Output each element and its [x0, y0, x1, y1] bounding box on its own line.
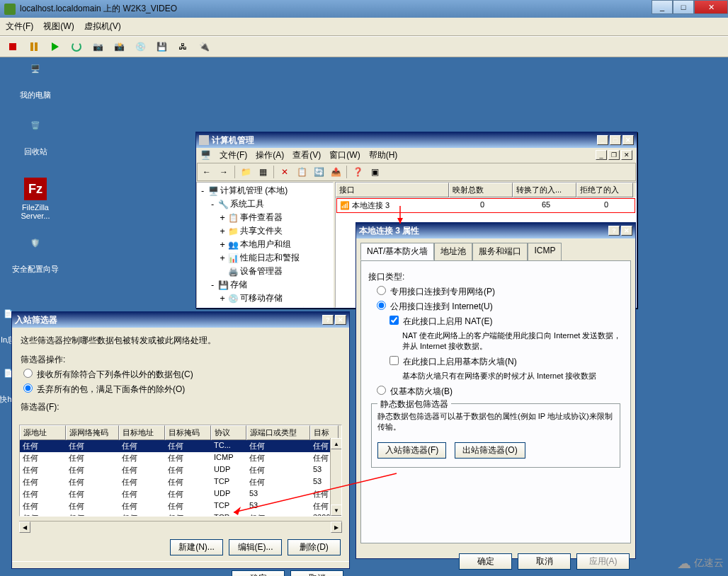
mmc-menu-view[interactable]: 查看(V): [292, 149, 321, 161]
host-close-button[interactable]: ✕: [694, 0, 728, 14]
tree-removable[interactable]: +💿可移动存储: [198, 292, 331, 305]
mmc-minimize-button[interactable]: _: [597, 135, 608, 145]
checkbox-enable-nat[interactable]: [389, 316, 399, 325]
mmc-inner-restore[interactable]: ❐: [608, 150, 620, 160]
col-interface[interactable]: 接口: [336, 183, 449, 197]
col-src-mask[interactable]: 源网络掩码: [66, 425, 119, 440]
scroll-up-button[interactable]: ▲: [331, 438, 342, 449]
mmc-menu-icon[interactable]: 🖥️: [200, 150, 211, 160]
desktop-icon-recycle-bin[interactable]: 🗑️ 回收站: [8, 121, 62, 157]
filter-row[interactable]: 任何任何任何任何UDP任何53: [20, 464, 341, 476]
edit-filter-button[interactable]: 编辑(E)...: [229, 539, 282, 555]
prop-titlebar[interactable]: 本地连接 3 属性 ? ✕: [356, 223, 635, 238]
filter-table[interactable]: 源地址 源网络掩码 目标地址 目标掩码 协议 源端口或类型 目标 任何任何任何任…: [19, 425, 342, 517]
toolbar-snapshot-button[interactable]: 📷: [89, 38, 106, 55]
mmc-inner-minimize[interactable]: _: [596, 150, 607, 160]
scroll-left-button[interactable]: ◀: [19, 522, 30, 533]
tree-defrag[interactable]: 🔷磁盘碎片整理程序: [198, 305, 331, 308]
col-dst-mask[interactable]: 目标掩码: [165, 425, 211, 440]
menu-file[interactable]: 文件(F): [6, 21, 33, 33]
col-src-addr[interactable]: 源地址: [20, 425, 66, 440]
delete-filter-button[interactable]: 删除(D): [288, 539, 341, 555]
mmc-inner-close[interactable]: ✕: [621, 150, 632, 160]
filter-row[interactable]: 任何任何任何任何TC...任何任何: [20, 440, 341, 452]
toolbar-help-button[interactable]: ❓: [350, 165, 365, 179]
filter-ok-button[interactable]: 确定: [232, 570, 285, 576]
filter-scrollbar-vertical[interactable]: ▲ ▼: [330, 438, 341, 516]
tree-event-viewer[interactable]: +📋事件查看器: [198, 211, 331, 224]
prop-help-button[interactable]: ?: [608, 226, 620, 236]
mmc-menu-action[interactable]: 操作(A): [256, 149, 284, 161]
tree-system-tools[interactable]: -🔧系统工具: [198, 197, 331, 211]
toolbar-refresh-button[interactable]: 🔄: [311, 165, 326, 179]
toolbar-forward-button[interactable]: →: [216, 165, 232, 179]
prop-ok-button[interactable]: 确定: [459, 553, 512, 570]
filter-titlebar[interactable]: 入站筛选器 ? ✕: [12, 312, 349, 328]
toolbar-delete-button[interactable]: ✕: [277, 165, 292, 179]
menu-view[interactable]: 视图(W): [43, 21, 74, 33]
col-src-port[interactable]: 源端口或类型: [246, 425, 310, 440]
radio-drop-all[interactable]: [23, 384, 33, 393]
mmc-menu-window[interactable]: 窗口(W): [329, 149, 360, 161]
scroll-right-button[interactable]: ▶: [331, 522, 342, 533]
filter-close-button[interactable]: ✕: [335, 315, 346, 325]
col-rejected[interactable]: 拒绝了的入: [576, 183, 633, 197]
toolbar-refresh-button[interactable]: [68, 38, 85, 55]
inbound-filter-button[interactable]: 入站筛选器(F): [377, 442, 446, 459]
toolbar-pause-button[interactable]: [25, 38, 42, 55]
col-incoming[interactable]: 转换了的入...: [513, 183, 576, 197]
mmc-tree[interactable]: -🖥️计算机管理 (本地) -🔧系统工具 +📋事件查看器 +📁共享文件夹 +👥本…: [196, 182, 334, 308]
col-protocol[interactable]: 协议: [211, 425, 246, 440]
radio-firewall-only[interactable]: [377, 386, 386, 395]
prop-apply-button[interactable]: 应用(A): [576, 553, 630, 570]
tab-icmp[interactable]: ICMP: [528, 243, 562, 260]
toolbar-usb-button[interactable]: 🔌: [195, 38, 212, 55]
tree-storage[interactable]: -💾存储: [198, 278, 331, 292]
tree-root[interactable]: -🖥️计算机管理 (本地): [198, 184, 331, 197]
filter-row[interactable]: 任何任何任何任何TCP任何53: [20, 476, 341, 488]
host-minimize-button[interactable]: _: [652, 0, 673, 14]
col-mapped[interactable]: 映射总数: [449, 183, 513, 197]
filter-scrollbar-horizontal[interactable]: ◀ ▶: [19, 521, 342, 532]
menu-vm[interactable]: 虚拟机(V): [84, 21, 121, 33]
list-row-connection[interactable]: 📶 本地连接 3 0 65 0: [336, 198, 635, 213]
mmc-menu-help[interactable]: 帮助(H): [369, 149, 398, 161]
radio-accept-all[interactable]: [23, 369, 33, 378]
filter-row[interactable]: 任何任何任何任何TCP53任何: [20, 500, 341, 512]
radio-public[interactable]: [377, 301, 386, 310]
filter-row[interactable]: 任何任何任何任何TCP任何3306: [20, 512, 341, 517]
toolbar-show-hide-button[interactable]: ▦: [255, 165, 271, 179]
desktop-icon-security-config[interactable]: 🛡️ 安全配置向导: [8, 238, 62, 275]
tree-perf-logs[interactable]: +📊性能日志和警报: [198, 251, 331, 265]
checkbox-enable-firewall[interactable]: [389, 356, 399, 365]
new-filter-button[interactable]: 新建(N)...: [170, 539, 223, 555]
outbound-filter-button[interactable]: 出站筛选器(O): [455, 442, 525, 459]
toolbar-extra-button[interactable]: ▣: [367, 165, 382, 179]
toolbar-floppy-button[interactable]: 💾: [153, 38, 170, 55]
toolbar-network-button[interactable]: 🖧: [174, 38, 191, 55]
tab-address-pool[interactable]: 地址池: [434, 243, 472, 260]
mmc-titlebar[interactable]: 计算机管理 _ □ ✕: [196, 132, 637, 148]
tree-device-manager[interactable]: 🖨️设备管理器: [198, 265, 331, 278]
host-maximize-button[interactable]: □: [673, 0, 694, 14]
mmc-maximize-button[interactable]: □: [610, 135, 621, 145]
tab-services[interactable]: 服务和端口: [472, 243, 528, 260]
mmc-close-button[interactable]: ✕: [622, 135, 634, 145]
tree-shared-folders[interactable]: +📁共享文件夹: [198, 224, 331, 238]
toolbar-export-button[interactable]: 📤: [328, 165, 343, 179]
filter-row[interactable]: 任何任何任何任何UDP53任何: [20, 488, 341, 500]
col-dst-addr[interactable]: 目标地址: [119, 425, 165, 440]
toolbar-up-button[interactable]: 📁: [238, 165, 254, 179]
filter-cancel-button[interactable]: 取消: [290, 570, 343, 576]
scroll-down-button[interactable]: ▼: [331, 505, 342, 516]
tab-nat[interactable]: NAT/基本防火墙: [360, 243, 434, 260]
mmc-menu-file[interactable]: 文件(F): [220, 149, 247, 161]
toolbar-play-button[interactable]: [47, 38, 64, 55]
toolbar-camera-button[interactable]: 📸: [110, 38, 127, 55]
desktop-icon-my-computer[interactable]: 🖥️ 我的电脑: [8, 64, 62, 100]
prop-cancel-button[interactable]: 取消: [518, 553, 571, 570]
filter-row[interactable]: 任何任何任何任何ICMP任何任何: [20, 452, 341, 464]
tree-local-users[interactable]: +👥本地用户和组: [198, 238, 331, 251]
prop-close-button[interactable]: ✕: [621, 226, 632, 236]
toolbar-stop-button[interactable]: [4, 38, 21, 55]
